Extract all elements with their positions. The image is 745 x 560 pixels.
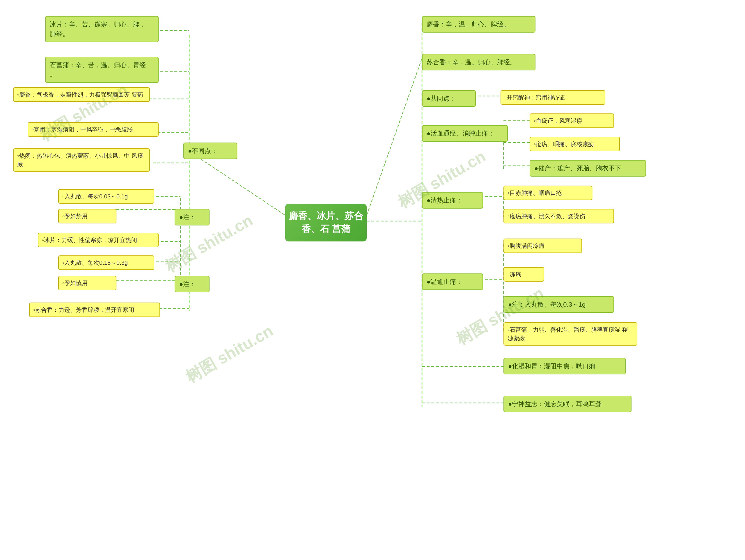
node-active-blood: ●活血通经、消肿止痛： (422, 125, 508, 142)
node-shexiang-desc: ◦麝香：气极香，走窜性烈，力极强醒脑回苏 要药 (13, 87, 150, 102)
node-suhexiang-property: 苏合香：辛，温。归心、脾经。 (422, 54, 536, 70)
central-node: 麝香、冰片、苏合香、石 菖蒲 (285, 204, 367, 241)
node-warm-w6: ●宁神益志：健忘失眠，耳鸣耳聋 (504, 396, 631, 412)
node-warm-w3: ●注：入丸散、每次0.3～1g (504, 296, 614, 313)
node-active-a2: ◦疮疡、咽痛、痰核瘰疬 (530, 137, 620, 151)
node-bingpian-property: 冰片：辛、苦、微寒。归心、脾， 肺经。 (45, 16, 159, 42)
node-ruwan2: ◦入丸散、每次0.15～0.3g (58, 256, 154, 270)
watermark-3: 树图 shitu.cn (182, 320, 277, 388)
node-ruwan1: ◦入丸散、每次0.03～0.1g (58, 189, 154, 204)
svg-line-15 (367, 58, 422, 215)
node-warm-through: ●温通止痛： (422, 273, 483, 290)
node-yunfu-caution: ◦孕妇慎用 (58, 276, 117, 290)
node-warm-w1: ◦胸腹满闷冷痛 (504, 238, 582, 253)
node-suhexiang-desc: ◦苏合香：力逊、芳香辟秽，温开宜寒闭 (29, 302, 160, 317)
node-shexiang-property: 麝香：辛，温。归心、脾经。 (422, 16, 536, 33)
node-clear-c1: ◦目赤肿痛、咽痛口疮 (504, 186, 592, 200)
node-active-a3: ●催产：难产、死胎、胞衣不下 (530, 160, 646, 176)
node-rebei-desc: ◦热闭：热陷心包、痰热蒙蔽、小儿惊风、中 风痰厥， (13, 149, 150, 172)
node-note2-label: ●注： (174, 276, 209, 292)
node-common-c1: ◦开窍醒神；窍闭神昏证 (500, 90, 605, 105)
node-bingpian-cold: ◦冰片：力缓、性偏寒凉，凉开宜热闭 (38, 233, 159, 247)
node-warm-w2: ◦冻疮 (504, 267, 544, 282)
central-label: 麝香、冰片、苏合香、石 菖蒲 (285, 209, 367, 236)
node-yunfu-ban: ◦孕妇禁用 (58, 209, 117, 223)
node-butong-label: ●不同点： (183, 142, 237, 159)
node-shichangpu-property: 石菖蒲：辛、苦，温。归心、胃经 。 (45, 57, 159, 83)
node-clear-heat: ●清热止痛： (422, 192, 483, 208)
node-common-label: ●共同点： (422, 90, 476, 107)
node-warm-w4: ◦石菖蒲：力弱、善化湿、豁痰、脾稗宜痰湿 秽浊蒙蔽 (504, 322, 637, 345)
node-active-a1: ◦血瘀证，风寒湿痹 (530, 113, 614, 128)
node-clear-c2: ◦疮疡肿痛、溃久不敛、烧烫伤 (504, 209, 614, 223)
node-note1-label: ●注： (174, 209, 209, 226)
node-hanbei-desc: ◦寒闭：寒湿痰阻，中风卒昏，中恶腹胀 (28, 122, 159, 137)
mind-map: .dash { stroke: #6dbf4a; stroke-width: 2… (0, 0, 745, 560)
svg-line-6 (189, 151, 285, 215)
node-warm-w5: ●化湿和胃：湿阻中焦，噤口痢 (504, 358, 626, 374)
